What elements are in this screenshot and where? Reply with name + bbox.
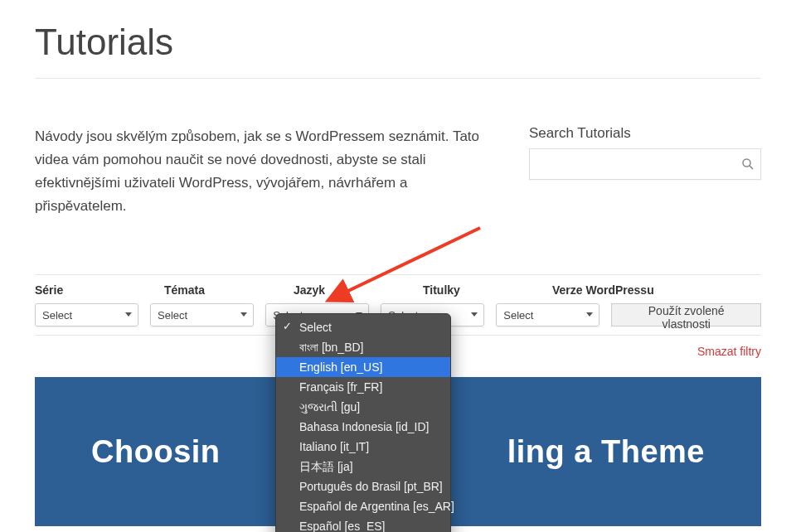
svg-point-0: [743, 159, 750, 167]
apply-filters-button[interactable]: Použít zvolené vlastnosti: [611, 303, 761, 326]
wpversion-select[interactable]: Select: [496, 303, 599, 326]
language-option[interactable]: বাংলা [bn_BD]: [276, 337, 450, 357]
language-option[interactable]: ગુજરાતી [gu]: [276, 397, 450, 417]
search-input-wrap[interactable]: [529, 148, 761, 180]
language-option[interactable]: Bahasa Indonesia [id_ID]: [276, 417, 450, 437]
language-dropdown-menu[interactable]: Selectবাংলা [bn_BD]English [en_US]França…: [275, 313, 451, 532]
filter-label-wpversion: Verze WordPressu: [552, 283, 670, 297]
search-label: Search Tutorials: [529, 125, 761, 142]
search-icon: [740, 157, 755, 172]
filter-label-captions: Titulky: [423, 283, 541, 297]
filter-label-language: Jazyk: [294, 283, 411, 297]
language-option[interactable]: Français [fr_FR]: [276, 377, 450, 397]
intro-text: Návody jsou skvělým způsobem, jak se s W…: [35, 125, 496, 218]
language-option[interactable]: English [en_US]: [276, 357, 450, 377]
series-select[interactable]: Select: [35, 303, 138, 326]
svg-line-1: [750, 166, 753, 169]
language-option[interactable]: Italiano [it_IT]: [276, 437, 450, 457]
search-input[interactable]: [536, 157, 740, 171]
topics-select[interactable]: Select: [150, 303, 254, 326]
language-option[interactable]: Select: [276, 317, 450, 337]
filter-label-topics: Témata: [164, 283, 282, 297]
language-option[interactable]: Español [es_ES]: [276, 516, 450, 532]
filter-label-series: Série: [35, 283, 153, 297]
clear-filters-link[interactable]: Smazat filtry: [697, 345, 761, 358]
language-option[interactable]: Português do Brasil [pt_BR]: [276, 476, 450, 496]
page-title: Tutorials: [35, 0, 761, 79]
search-panel: Search Tutorials: [529, 125, 761, 218]
language-option[interactable]: 日本語 [ja]: [276, 457, 450, 476]
language-option[interactable]: Español de Argentina [es_AR]: [276, 496, 450, 516]
